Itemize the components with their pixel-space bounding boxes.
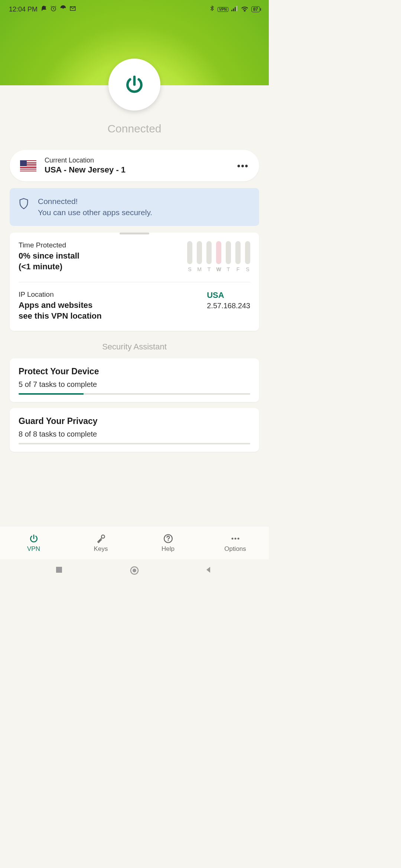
- nav-help[interactable]: Help: [134, 526, 202, 559]
- task-subtitle: 8 of 8 tasks to complete: [19, 430, 250, 438]
- time-protected-label: Time Protected: [19, 241, 180, 249]
- location-label: Current Location: [45, 157, 229, 164]
- svg-point-12: [237, 537, 239, 539]
- svg-rect-4: [233, 9, 234, 11]
- nav-label: Options: [224, 545, 246, 553]
- gmail-icon: [69, 5, 76, 13]
- svg-point-10: [231, 537, 233, 539]
- bluetooth-icon: [209, 5, 215, 13]
- power-toggle-button[interactable]: [108, 59, 160, 111]
- svg-point-15: [133, 569, 136, 572]
- svg-rect-5: [235, 7, 236, 11]
- help-icon: [163, 533, 173, 544]
- task-title: Guard Your Privacy: [19, 416, 250, 426]
- svg-rect-13: [56, 567, 62, 573]
- nav-label: Keys: [94, 545, 108, 553]
- nav-options[interactable]: Options: [202, 526, 269, 559]
- svg-rect-3: [231, 10, 232, 11]
- ip-location-desc: Apps and websites see this VPN location: [19, 300, 199, 321]
- week-chart: SMTWTFS: [187, 241, 250, 272]
- sys-back-button[interactable]: [204, 566, 214, 575]
- flag-usa-icon: [20, 160, 36, 171]
- nav-label: VPN: [27, 545, 40, 553]
- ip-address: 2.57.168.243: [207, 302, 250, 310]
- mute-icon: [40, 5, 47, 13]
- ip-location-label: IP Location: [19, 290, 199, 299]
- vpn-indicator: VPN: [218, 7, 228, 12]
- bottom-nav: VPN Keys Help Options: [0, 526, 269, 559]
- svg-point-11: [234, 537, 236, 539]
- task-title: Protect Your Device: [19, 366, 250, 377]
- banner-title: Connected!: [38, 197, 152, 206]
- connection-status-label: Connected: [0, 122, 269, 135]
- nav-keys[interactable]: Keys: [67, 526, 134, 559]
- location-value: USA - New Jersey - 1: [45, 165, 229, 175]
- stats-card[interactable]: Time Protected 0% since install (<1 minu…: [10, 233, 259, 331]
- nav-vpn[interactable]: VPN: [0, 526, 67, 559]
- dots-icon: [230, 533, 241, 544]
- task-card-protect-device[interactable]: Protect Your Device 5 of 7 tasks to comp…: [10, 358, 259, 402]
- power-icon: [124, 74, 145, 95]
- task-subtitle: 5 of 7 tasks to complete: [19, 380, 250, 389]
- shield-icon: [19, 198, 29, 210]
- status-time: 12:04 PM: [9, 6, 38, 13]
- status-bar: 12:04 PM VPN 87: [0, 0, 269, 19]
- hotspot-icon: [60, 5, 66, 13]
- progress-bar: [19, 393, 250, 395]
- status-banner: Connected! You can use other apps secure…: [10, 188, 259, 226]
- wifi-icon: [241, 6, 248, 13]
- svg-point-7: [101, 535, 105, 538]
- security-assistant-heading: Security Assistant: [0, 342, 269, 352]
- more-options-icon[interactable]: •••: [237, 161, 249, 171]
- signal-icon: [231, 6, 238, 13]
- location-card[interactable]: Current Location USA - New Jersey - 1 ••…: [10, 150, 259, 181]
- banner-subtitle: You can use other apps securely.: [38, 208, 152, 217]
- time-protected-value: 0% since install (<1 minute): [19, 251, 180, 272]
- system-nav: [0, 559, 269, 582]
- key-icon: [96, 533, 106, 544]
- power-icon: [29, 533, 39, 544]
- svg-point-9: [167, 540, 169, 541]
- sys-home-button[interactable]: [130, 566, 139, 575]
- ip-country: USA: [207, 290, 250, 300]
- task-card-guard-privacy[interactable]: Guard Your Privacy 8 of 8 tasks to compl…: [10, 408, 259, 452]
- alarm-icon: [50, 5, 57, 13]
- nav-label: Help: [162, 545, 175, 553]
- svg-rect-6: [236, 6, 237, 11]
- sys-recent-button[interactable]: [55, 566, 65, 575]
- progress-bar: [19, 443, 250, 444]
- battery-indicator: 87: [251, 6, 260, 12]
